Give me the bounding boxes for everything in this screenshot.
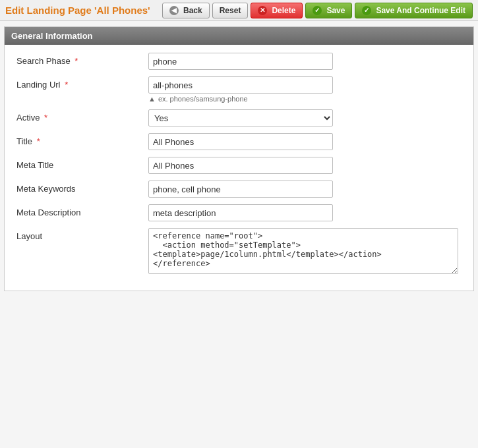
meta-title-input[interactable] [148, 157, 333, 174]
meta-keywords-row: Meta Keywords [10, 181, 468, 198]
meta-keywords-label: Meta Keywords [10, 181, 148, 194]
search-phase-label: Search Phase * [10, 53, 148, 66]
landing-url-input[interactable] [148, 76, 333, 94]
meta-keywords-input[interactable] [148, 181, 333, 198]
meta-keywords-field [148, 181, 468, 198]
search-phase-field [148, 53, 468, 70]
meta-description-row: Meta Description [10, 204, 468, 221]
search-phase-row: Search Phase * [10, 53, 468, 70]
toolbar: Edit Landing Page 'All Phones' ◀ Back Re… [0, 0, 478, 21]
delete-button[interactable]: ✕ Delete [251, 3, 303, 18]
title-required: * [37, 136, 40, 146]
page-title: Edit Landing Page 'All Phones' [5, 5, 160, 16]
active-field: Yes No [148, 109, 468, 126]
active-select[interactable]: Yes No [148, 109, 333, 126]
save-button[interactable]: ✓ Save [305, 3, 352, 18]
meta-description-input[interactable] [148, 204, 333, 221]
meta-description-field [148, 204, 468, 221]
back-button[interactable]: ◀ Back [162, 3, 210, 18]
reset-button[interactable]: Reset [212, 3, 249, 18]
save-icon: ✓ [313, 6, 322, 15]
active-required: * [44, 113, 47, 123]
search-phase-input[interactable] [148, 53, 333, 70]
meta-description-label: Meta Description [10, 204, 148, 217]
meta-title-field [148, 157, 468, 174]
landing-url-row: Landing Url * ▲ ex. phones/samsung-phone [10, 76, 468, 103]
hint-arrow-icon: ▲ [148, 95, 156, 103]
layout-field [148, 228, 468, 276]
back-icon: ◀ [169, 6, 179, 15]
active-row: Active * Yes No [10, 109, 468, 126]
save-continue-icon: ✓ [362, 6, 371, 15]
search-phase-required: * [75, 56, 78, 66]
delete-icon: ✕ [258, 6, 267, 15]
title-label: Title * [10, 133, 148, 146]
layout-textarea[interactable] [148, 228, 458, 274]
section-body: Search Phase * Landing Url * ▲ ex. phone… [5, 45, 473, 291]
meta-title-label: Meta Title [10, 157, 148, 170]
layout-label: Layout [10, 228, 148, 241]
landing-url-label: Landing Url * [10, 76, 148, 90]
title-row: Title * [10, 133, 468, 150]
save-continue-button[interactable]: ✓ Save And Continue Edit [355, 3, 473, 18]
title-field [148, 133, 468, 150]
landing-url-required: * [65, 80, 68, 90]
layout-row: Layout [10, 228, 468, 276]
active-label: Active * [10, 109, 148, 123]
title-input[interactable] [148, 133, 333, 150]
landing-url-field: ▲ ex. phones/samsung-phone [148, 76, 468, 103]
section-header: General Information [5, 27, 473, 45]
general-information-section: General Information Search Phase * Landi… [4, 26, 474, 291]
meta-title-row: Meta Title [10, 157, 468, 174]
landing-url-hint: ▲ ex. phones/samsung-phone [148, 95, 468, 103]
